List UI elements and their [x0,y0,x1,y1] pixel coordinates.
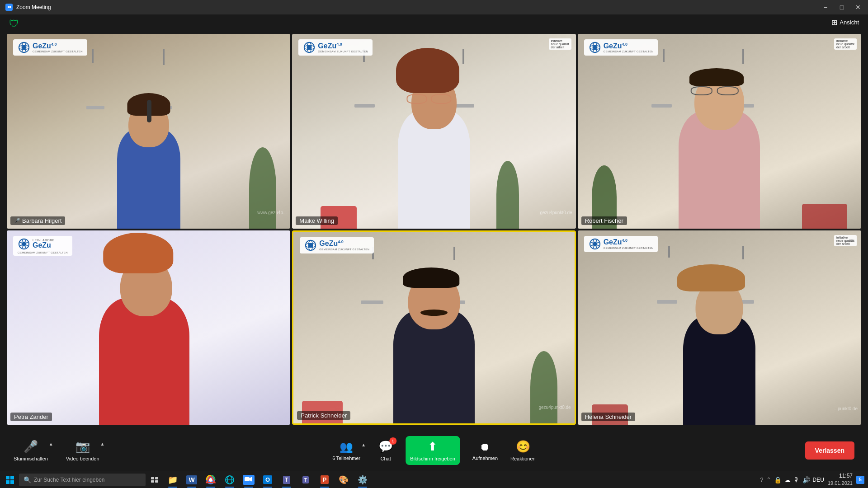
participant-cell-robert: GeZu4.0 GEMEINSAM ZUKUNFT GESTALTEN init… [578,34,861,229]
taskbar-left: 🔍 Zur Suche Text hier eingeben 📁 W [0,471,372,488]
toolbar-right: Verlassen [805,441,854,460]
systray-mic2-icon[interactable]: 🎙 [793,476,800,483]
taskbar-search[interactable]: 🔍 Zur Suche Text hier eingeben [19,474,146,486]
record-icon: ⏺ [480,441,491,453]
taskbar-outlook[interactable]: O [259,471,277,488]
svg-point-16 [22,242,26,246]
taskbar-chrome[interactable] [202,471,220,488]
svg-rect-1 [8,6,9,8]
qa-badge-maike: initiativeneue qualitätder arbeit [549,38,571,50]
svg-rect-31 [151,477,154,479]
participant-cell-helena: GeZu4.0 GEMEINSAM ZUKUNFT GESTALTEN init… [578,230,861,425]
taskbar-word[interactable]: W [183,471,201,488]
participant-name-helena: Helena Schneider [581,413,635,421]
taskbar-teams[interactable]: T [278,471,296,488]
taskbar-search-icon: 🔍 [24,476,31,483]
chat-button[interactable]: 💬 1 Chat [378,440,393,461]
video-caret-button[interactable]: ▲ [100,440,105,446]
taskbar-notification[interactable]: 5 [856,476,864,484]
camera-icon: 📷 [75,440,90,454]
participants-group: 👥 6 Teilnehmer ▲ [332,441,366,461]
gezu-logo-robert: GeZu4.0 GEMEINSAM ZUKUNFT GESTALTEN [584,39,658,56]
systray-lang: DEU [813,477,824,483]
participants-icon: 👥 [340,441,353,453]
mute-caret-icon: ▲ [49,441,53,446]
chat-badge: 1 [389,437,396,445]
reactions-button[interactable]: 😊 Reaktionen [510,440,536,461]
participant-cell-barbara: GeZu4.0 GEMEINSAM ZUKUNFT GESTALTEN www.… [7,34,290,229]
qa-badge-helena: initiativeneue qualitätder arbeit [834,235,857,246]
share-icon: ⬆ [428,440,438,454]
url-watermark-helena: ...punkt0.de [834,406,858,411]
participant-cell-maike: GeZu4.0 GEMEINSAM ZUKUNFT GESTALTEN init… [292,34,576,229]
participants-button[interactable]: 👥 6 Teilnehmer [332,441,360,461]
taskbar-settings[interactable]: ⚙️ [354,471,372,488]
svg-rect-29 [6,480,9,484]
maximize-button[interactable]: □ [837,4,846,11]
window-title: Zoom Meeting [16,4,51,10]
gezu-logo-maike: GeZu4.0 GEMEINSAM ZUKUNFT GESTALTEN [298,39,373,56]
participant-name-maike: Maike Willing [296,216,338,225]
gezu-lx-logo-petra: LEx-Labore GeZu GEMEINSAM ZUKUNFT GESTAL… [13,236,72,256]
taskbar-apps: 📁 W [164,471,372,488]
svg-point-20 [309,243,313,247]
qa-badge-robert: initiativeneue qualitätder arbeit [834,38,857,50]
systray-speaker-icon[interactable]: 🔊 [802,476,810,483]
title-bar: Zoom Meeting − □ ✕ [0,0,868,14]
mute-button[interactable]: 🎤 Stummschalten [14,440,48,461]
title-bar-left: Zoom Meeting [5,4,51,11]
gezu-logo-barbara: GeZu4.0 GEMEINSAM ZUKUNFT GESTALTEN [13,39,87,56]
ansicht-button[interactable]: ⊞ Ansicht [831,18,859,27]
taskbar-network[interactable] [221,471,239,488]
toolbar: 🎤 Stummschalten ▲ 📷 Video beenden ▲ 👥 6 [0,430,868,471]
gezu-logo-helena: GeZu4.0 GEMEINSAM ZUKUNFT GESTALTEN [584,236,658,252]
video-grid: GeZu4.0 GEMEINSAM ZUKUNFT GESTALTEN www.… [7,34,861,425]
taskbar-zoom[interactable] [240,471,258,488]
mute-caret-button[interactable]: ▲ [49,440,53,446]
toolbar-left: 🎤 Stummschalten ▲ 📷 Video beenden ▲ [14,440,104,461]
svg-rect-33 [151,480,154,483]
participant-cell-patrick: GeZu4.0 GEMEINSAM ZUKUNFT GESTALTEN gezu… [292,230,576,425]
taskview-button[interactable] [146,472,163,488]
mic-icon: 🎤 [24,440,38,454]
close-button[interactable]: ✕ [854,4,863,11]
svg-point-24 [593,242,597,246]
video-caret-icon: ▲ [100,441,105,446]
svg-point-12 [593,45,597,49]
video-button[interactable]: 📷 Video beenden [66,440,99,461]
title-bar-controls: − □ ✕ [821,4,863,11]
systray-help-icon[interactable]: ? [760,476,763,483]
taskbar-explorer[interactable]: 📁 [164,471,182,488]
leave-button[interactable]: Verlassen [805,441,854,460]
svg-point-8 [307,45,311,49]
mute-icon-barbara: 🎤 [14,218,20,224]
svg-marker-41 [250,477,252,482]
systray: ? ⌃ 🔒 ☁ 🎙 🔊 DEU [760,476,824,483]
participants-caret-button[interactable]: ▲ [361,441,366,447]
toolbar-center: 👥 6 Teilnehmer ▲ 💬 1 Chat ⬆ Bildschirm f… [332,436,535,465]
url-watermark-patrick: gezu4punkt0.de [538,405,571,410]
systray-caret-icon[interactable]: ⌃ [766,476,771,483]
shield-icon: 🛡 [9,18,19,30]
taskbar-teams2[interactable]: T [297,471,315,488]
taskbar-creative[interactable]: 🎨 [335,471,353,488]
participants-caret-icon: ▲ [361,442,366,447]
record-button[interactable]: ⏺ Aufnehmen [472,441,498,461]
svg-rect-30 [10,480,14,484]
participant-name-barbara: 🎤 Barbara Hilgert [10,216,65,225]
taskbar-right: ? ⌃ 🔒 ☁ 🎙 🔊 DEU 11:57 19.01.2021 5 [760,472,868,487]
participant-name-robert: Robert Fischer [581,216,627,225]
url-watermark-maike: gezu4punkt0.de [540,210,572,215]
participant-name-patrick: Patrick Schneider [297,411,350,420]
share-button[interactable]: ⬆ Bildschirm freigeben [406,436,460,465]
svg-rect-27 [6,476,9,479]
systray-cloud-icon[interactable]: ☁ [784,476,791,483]
systray-zoom-icon[interactable]: 🔒 [774,476,782,483]
participant-name-petra: Petra Zander [10,413,52,421]
start-button[interactable] [2,472,18,488]
minimize-button[interactable]: − [821,4,830,11]
svg-rect-40 [245,477,250,481]
svg-rect-28 [10,476,14,479]
mute-group: 🎤 Stummschalten ▲ [14,440,53,461]
taskbar-powerpoint[interactable]: P [316,471,334,488]
